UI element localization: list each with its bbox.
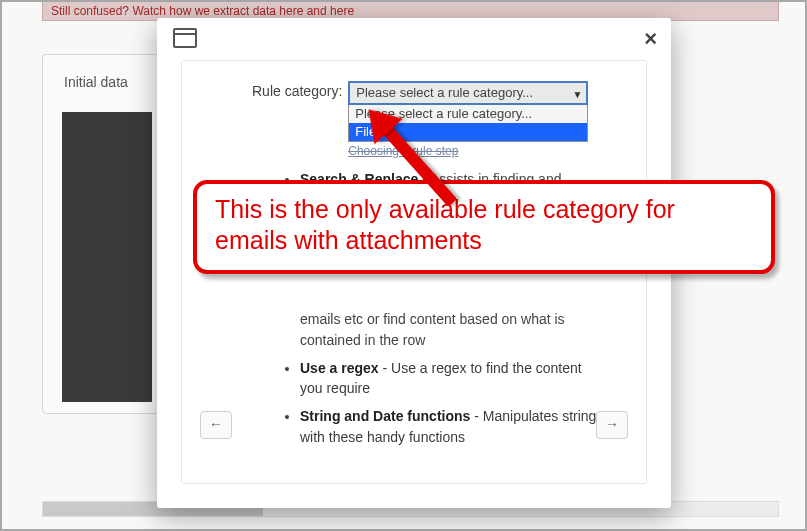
prev-button[interactable]: ← bbox=[200, 411, 232, 439]
panel-title: Initial data bbox=[64, 74, 128, 90]
modal-titlebar: × bbox=[157, 18, 671, 56]
list-item: String and Date functions - Manipulates … bbox=[300, 406, 606, 447]
background-dark-area bbox=[62, 112, 152, 402]
bullet-title: Use a regex bbox=[300, 360, 379, 376]
rule-category-row: Rule category: Please select a rule cate… bbox=[252, 81, 588, 158]
list-item: Use a regex - Use a regex to find the co… bbox=[300, 358, 606, 399]
next-button[interactable]: → bbox=[596, 411, 628, 439]
close-icon[interactable]: × bbox=[644, 28, 657, 50]
rule-category-label: Rule category: bbox=[252, 81, 342, 99]
choosing-rule-step-link[interactable]: Choosing a rule step bbox=[348, 144, 588, 158]
bullet-title: String and Date functions bbox=[300, 408, 470, 424]
annotation-callout: This is the only available rule category… bbox=[193, 180, 775, 274]
window-icon bbox=[173, 28, 197, 48]
bullet-fragment: emails etc or find content based on what… bbox=[300, 309, 606, 350]
